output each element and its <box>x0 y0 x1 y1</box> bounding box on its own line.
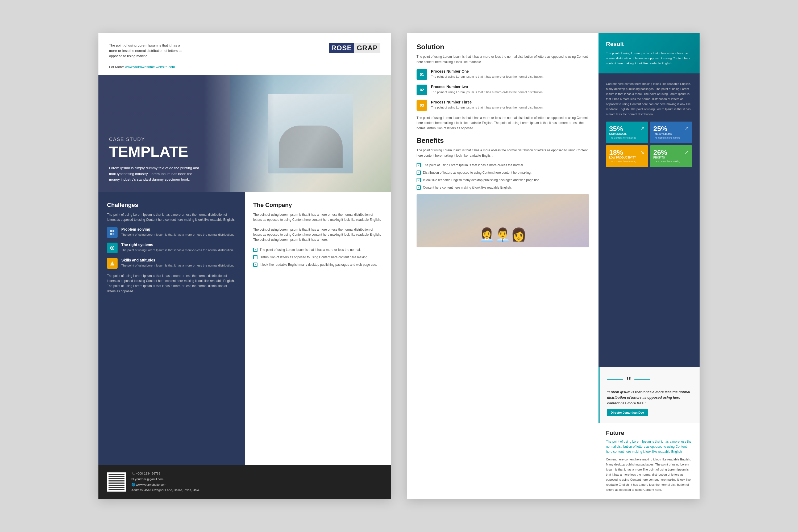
hero-description: Lorem Ipsum is simply dummy text of do t… <box>109 165 200 183</box>
contact-email: ✉ yourmail@gamil.com <box>131 476 200 482</box>
process-1: 01 Process Number One The point of using… <box>417 69 589 80</box>
challenges-footer: The point of using Lorem Ipsum is that i… <box>107 273 236 294</box>
stats-grid: 35% COMUNICATE The Content here making ↗… <box>606 121 692 167</box>
company-body1: The point of using Lorem Ipsum is that i… <box>253 212 382 222</box>
challenges-body: The point of using Lorem Ipsum is that i… <box>107 212 236 222</box>
stat-info-1: 35% COMUNICATE The Content here making <box>609 125 636 140</box>
feature-text-2: The right systems The point of using Lor… <box>121 243 234 252</box>
feature-text-1: Problem solving The point of using Lorem… <box>121 227 234 237</box>
future-title: Future <box>606 430 692 437</box>
process-num-2: 02 <box>417 84 427 95</box>
page1-header: The point of using Lorem Ipsum is that i… <box>98 33 391 75</box>
feature-item-2: The right systems The point of using Lor… <box>107 243 236 253</box>
process-3: 03 Process Number Three The point of usi… <box>417 100 589 111</box>
tagline-text: The point of using Lorem Ipsum is that i… <box>109 43 180 48</box>
feature-item-3: Skills and attitudes The point of using … <box>107 258 236 269</box>
stat-card-1: 35% COMUNICATE The Content here making ↗ <box>606 121 648 144</box>
hero-overlay: CASE STUDY TEMPLATE Lorem Ipsum is simpl… <box>98 75 274 192</box>
stat-sublabel-2: The Content here making <box>653 136 680 140</box>
header-tagline: The point of using Lorem Ipsum is that i… <box>109 43 182 70</box>
stat-card-4: 26% PROFITS The Content here making ↗ <box>650 145 692 167</box>
check-icon-3: ✓ <box>253 263 258 267</box>
future-section: Future The point of using Lorem Ipsum is… <box>598 423 700 499</box>
stat-number-1: 35% <box>609 125 636 132</box>
feature-item-1: Problem solving The point of using Lorem… <box>107 227 236 238</box>
case-study-label: CASE STUDY <box>109 137 263 142</box>
svg-rect-3 <box>113 233 114 234</box>
feature-text-3: Skills and attitudes The point of using … <box>121 258 234 268</box>
stat-arrow-2: ↗ <box>684 125 689 132</box>
future-body: Content here content here making it look… <box>606 457 692 492</box>
contact-address: Address: 4543 Owagner Lane, Dallas,Texas… <box>131 487 200 493</box>
feature-desc-2: The point of using Lorem Ipsum is that i… <box>121 248 234 252</box>
contact-phone: 📞 +000-1234-56789 <box>131 471 200 476</box>
process-desc-1: The point of using Lorem Ipsum is that i… <box>431 75 544 79</box>
company-column: The Company The point of using Lorem Ips… <box>245 192 391 465</box>
process-title-2: Process Number two <box>431 84 544 89</box>
page-1: The point of using Lorem Ipsum is that i… <box>98 33 391 499</box>
result-title: Result <box>606 41 692 48</box>
challenges-column: Challenges The point of using Lorem Ipsu… <box>98 192 245 465</box>
tagline-text2: more-or-less the normal distribution of … <box>109 49 182 53</box>
page2-sidebar: Result The point of using Lorem Ipsum is… <box>598 33 700 499</box>
feature-icon-2 <box>107 243 118 253</box>
stat-sublabel-3: The Content here making <box>609 160 636 163</box>
stat-label-2: THE SYSTEMS <box>653 132 680 136</box>
for-more-label: For More: <box>109 65 124 69</box>
benefit-check-2: ✓ Distribution of letters as opposed to … <box>417 170 589 175</box>
benefits-intro: The point of using Lorem Ipsum is that i… <box>417 148 589 158</box>
benefit-check-icon-4: ✓ <box>417 185 421 190</box>
contact-details: 📞 +000-1234-56789 ✉ yourmail@gamil.com 🌐… <box>131 471 200 493</box>
process-desc-3: The point of using Lorem Ipsum is that i… <box>431 105 544 110</box>
hero-section: CASE STUDY TEMPLATE Lorem Ipsum is simpl… <box>98 75 391 192</box>
benefits-image <box>417 194 589 247</box>
teal-accent-left <box>607 379 623 380</box>
stat-number-3: 18% <box>609 149 636 156</box>
feature-title-2: The right systems <box>121 243 234 247</box>
benefit-check-icon-1: ✓ <box>417 163 421 167</box>
svg-marker-6 <box>110 261 114 265</box>
challenges-title: Challenges <box>107 202 236 209</box>
teal-accent-right <box>634 379 650 380</box>
feature-desc-1: The point of using Lorem Ipsum is that i… <box>121 232 234 237</box>
future-intro: The point of using Lorem Ipsum is that i… <box>606 439 692 455</box>
process-num-1: 01 <box>417 69 427 80</box>
stat-arrow-3: ↘ <box>640 149 645 155</box>
benefit-check-text-1: The point of using Lorem Ipsum is that i… <box>423 163 524 168</box>
process-desc-2: The point of using Lorem Ipsum is that i… <box>431 90 544 94</box>
qr-code <box>107 472 126 492</box>
logo: ROSE GRAP <box>329 43 380 53</box>
feature-title-3: Skills and attitudes <box>121 258 234 262</box>
process-num-3: 03 <box>417 100 427 111</box>
stat-sublabel-1: The Content here making <box>609 136 636 140</box>
logo-rose: ROSE <box>329 43 354 53</box>
benefits-title: Benefits <box>417 136 589 145</box>
company-body2: The point of using Lorem Ipsum is that i… <box>253 227 382 243</box>
hero-photo <box>268 94 353 173</box>
page2-top: Solution The point of using Lorem Ipsum … <box>407 33 700 499</box>
stat-label-3: LOW PRODUCTIVITY <box>609 156 636 159</box>
svg-rect-0 <box>110 230 112 232</box>
website-link[interactable]: www.yourawesome website.com <box>125 65 175 69</box>
stat-label-1: COMUNICATE <box>609 132 636 136</box>
stat-arrow-4: ↗ <box>684 149 689 155</box>
stat-sublabel-4: The Content here making <box>653 160 680 163</box>
solution-after-text: The point of using Lorem Ipsum is that i… <box>417 115 589 131</box>
result-header: Result The point of using Lorem Ipsum is… <box>598 33 700 73</box>
process-title-3: Process Number Three <box>431 100 544 104</box>
company-check-text-2: Distribution of letters as opposed to us… <box>260 255 368 260</box>
svg-rect-1 <box>113 230 114 232</box>
quote-section: " "Lorem Ipsum is that it has a more les… <box>598 367 700 423</box>
result-body-text: Content here content here making it look… <box>606 81 692 117</box>
solution-title: Solution <box>417 43 589 51</box>
check-icon-1: ✓ <box>253 248 258 252</box>
qr-inner <box>109 474 125 490</box>
stat-number-4: 26% <box>653 149 680 156</box>
process-text-2: Process Number two The point of using Lo… <box>431 84 544 94</box>
benefit-check-icon-2: ✓ <box>417 171 421 175</box>
benefit-check-3: ✓ It look like readable English many des… <box>417 178 589 183</box>
company-check-text-1: The point of using Lorem Ipsum is that i… <box>260 247 361 252</box>
process-text-3: Process Number Three The point of using … <box>431 100 544 110</box>
stat-card-3: 18% LOW PRODUCTIVITY The Content here ma… <box>606 145 648 167</box>
template-title: TEMPLATE <box>109 144 263 160</box>
